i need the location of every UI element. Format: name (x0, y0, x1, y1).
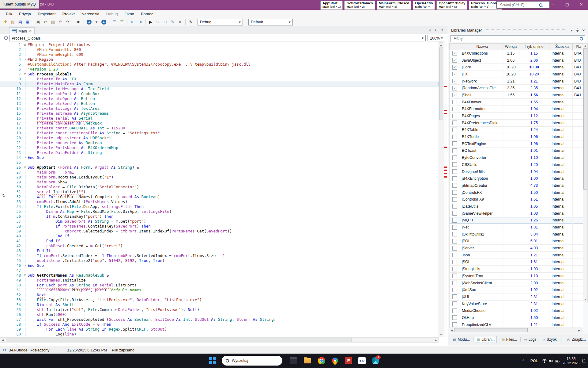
fold-collapse-icon[interactable]: ⊟ (23, 165, 27, 170)
save-as-icon[interactable]: ▦ (24, 19, 31, 25)
library-row-jXUI[interactable]: jXUI2.31Internal (450, 293, 583, 301)
library-filter-input[interactable] (453, 36, 579, 41)
bottom-tab-files[interactable]: ▧Files... (499, 336, 519, 343)
quick-nav-openactio[interactable]: OpenActioMain (ctrl + (413, 1, 435, 10)
cut-icon[interactable]: ✂ (42, 19, 49, 25)
library-row-jGameViewHelper[interactable]: jGameViewHelper1.03Internal (450, 210, 583, 217)
menu-narzędzia[interactable]: Narzędzia (78, 10, 103, 18)
code-line-23[interactable]: 23│ Private DataFolder As String (0, 150, 439, 155)
chrome-icon[interactable] (317, 356, 326, 365)
tab-scroll-arrows[interactable]: ◂ ▸ ▾ (429, 28, 445, 32)
code-line-52[interactable]: 52│ Next (0, 293, 439, 297)
drag-grip[interactable] (484, 29, 567, 32)
library-checkbox[interactable] (452, 155, 457, 160)
fold-collapse-icon[interactable]: ⊟ (23, 72, 27, 77)
libraries-horizontal-scrollbar[interactable]: ◀ ▶ (449, 328, 582, 332)
ide-search-box[interactable] (496, 1, 550, 9)
notification-bell-icon[interactable] (581, 354, 586, 368)
library-row-KeyValueStore[interactable]: KeyValueStore2.31Internal (450, 301, 583, 308)
scroll-right-icon[interactable]: ▶ (578, 329, 581, 332)
library-row-jWebSocketClient[interactable]: jWebSocketClient2.00Internal (450, 280, 583, 287)
file-explorer-icon[interactable] (303, 356, 312, 365)
bottom-tab-modu[interactable]: ▤Modu... (451, 336, 472, 343)
scrollbar-thumb[interactable] (454, 328, 528, 332)
code-line-8[interactable]: 8│ Private fx As JFX (0, 77, 439, 82)
library-row-jXmlSax[interactable]: jXmlSax1.02Internal (450, 286, 583, 293)
library-checkbox[interactable] (452, 176, 457, 181)
library-checkbox[interactable]: ✓ (452, 65, 457, 70)
scroll-right-icon[interactable]: ▶ (434, 339, 437, 342)
library-row-jSQL[interactable]: jSQL1.61Internal (450, 259, 583, 266)
code-line-51[interactable]: 51│ PortsNames.Put(port, port) 'default … (0, 288, 439, 293)
code-line-24[interactable]: 24└End Sub (0, 155, 439, 160)
library-checkbox[interactable] (452, 309, 457, 313)
library-row-jControlsFX[interactable]: jControlsFX1.50Internal (450, 189, 583, 196)
menu-okno[interactable]: Okno (121, 10, 138, 18)
code-line-56[interactable]: 56│ shl.Run(5000) (0, 312, 439, 317)
code-line-32[interactable]: 32│ Wait For (GetPortsNames) Complete (u… (0, 194, 439, 199)
code-line-31[interactable]: 31│ serial.Initialize("") (0, 190, 439, 194)
library-checkbox[interactable] (452, 197, 457, 202)
fold-collapse-icon[interactable]: ⊟ (23, 273, 27, 278)
code-line-48[interactable]: 48⊟Sub GetPortsNames As ResumableSub ↻ (0, 273, 439, 278)
pin-icon[interactable] (574, 29, 581, 33)
code-line-26[interactable]: 26⊟Sub AppStart (Form1 As Form, Args() A… (0, 165, 439, 170)
code-line-34[interactable]: 34│ If File.Exists(File.DirApp, settings… (0, 204, 439, 209)
layout-variant-select[interactable]: Default▼ (248, 19, 293, 25)
library-checkbox[interactable] (452, 232, 457, 236)
library-checkbox[interactable]: ✓ (452, 51, 457, 56)
library-row-jMQTT[interactable]: jMQTT1.26Internal (450, 217, 583, 224)
code-line-9[interactable]: 9│ Private MainForm As Form (0, 82, 439, 86)
close-panel-icon[interactable]: ✕ (581, 29, 586, 33)
tab-close-icon[interactable]: ✕ (29, 29, 32, 33)
library-row-jSystemTray[interactable]: jSystemTray1.10Internal (450, 273, 583, 280)
menu-debug[interactable]: Debug (103, 10, 121, 18)
code-line-11[interactable]: 11│ Private cmbPort As ComboBox (0, 91, 439, 96)
editor-vertical-scrollbar[interactable]: ▲ ▼ (439, 42, 443, 337)
chevron-down-icon[interactable]: ▾ (569, 29, 574, 33)
column-platform[interactable]: Pla (573, 44, 583, 50)
column-version[interactable]: Wersja (503, 44, 519, 50)
tray-clock[interactable]: 18:35 26.12.2025 (563, 354, 579, 368)
column-name[interactable]: Nazwa (460, 44, 503, 50)
library-row-B4XTable[interactable]: B4XTable1.24Internal (450, 127, 583, 134)
library-row-jFX[interactable]: ✓jFX10.2010.20InternalB4J (450, 71, 583, 78)
scrollbar-thumb[interactable] (583, 48, 587, 190)
rebuild-icon[interactable]: ↻ (187, 19, 194, 25)
quick-nav-mainform_closed[interactable]: MainForm_ClosedMain (ctrl + 3) (377, 1, 412, 10)
library-checkbox[interactable] (452, 322, 457, 327)
wifi-icon[interactable] (542, 354, 547, 368)
navigate-back-icon[interactable]: ◀ (87, 20, 92, 25)
library-checkbox[interactable]: ✓ (452, 58, 457, 63)
quick-nav-getportsnames[interactable]: GetPortsNamesMain (ctrl + 2) (344, 1, 375, 10)
library-row-jServer[interactable]: jServer4.03Internal (450, 245, 583, 252)
error-mark[interactable] (444, 170, 447, 171)
library-row-DesignerUtils[interactable]: DesignerUtils1.04Internal (450, 168, 583, 175)
library-row-MediaChooser[interactable]: MediaChooser1.02Internal (450, 307, 583, 314)
quick-nav-openafterdelay[interactable]: OpenAfterDelayMain (ctrl + 5) (436, 1, 467, 10)
code-line-15[interactable]: 15│ Private astream As AsyncStreams (0, 111, 439, 116)
library-checkbox[interactable] (452, 162, 457, 167)
new-file-icon[interactable]: ✚ (2, 19, 9, 25)
library-checkbox[interactable] (452, 141, 457, 146)
library-row-B4XTurtle[interactable]: B4XTurtle1.06Internal (450, 133, 583, 140)
library-row-OkHttp[interactable]: OkHttp1.50Internal (450, 314, 583, 321)
library-filter-box[interactable] (450, 35, 585, 42)
tab-main[interactable]: Main ✕ (9, 27, 35, 34)
code-line-55[interactable]: 55│ shl.Initialize("shl", File.Combine(D… (0, 307, 439, 312)
library-row-jBitmapCreator[interactable]: jBitmapCreator4.73Internal (450, 182, 583, 189)
indent-list-icon[interactable]: ☰ (111, 19, 118, 25)
library-row-ByteConverter[interactable]: ByteConverter1.10Internal (450, 154, 583, 161)
library-row-Json[interactable]: Json1.21Internal (450, 252, 583, 259)
library-checkbox[interactable]: ✓ (452, 79, 457, 83)
fold-collapse-icon[interactable]: ⊟ (23, 42, 27, 47)
navigate-forward-icon[interactable]: ▶ (101, 20, 106, 25)
library-row-jShell[interactable]: ✓jShell1.551.56InternalB4J (450, 92, 583, 99)
start-button[interactable] (208, 356, 217, 365)
column-path[interactable]: Ścieżka (549, 44, 573, 50)
library-row-B4XPreferencesDialo[interactable]: B4XPreferencesDialo1.75Internal (450, 120, 583, 127)
code-line-57[interactable]: 57│ Wait For shl_ProcessCompleted (Succe… (0, 317, 439, 322)
code-line-46[interactable]: 46└End Sub (0, 263, 439, 268)
library-row-B4XFormatter[interactable]: B4XFormatter1.04Internal (450, 106, 583, 113)
library-checkbox[interactable] (452, 121, 457, 125)
